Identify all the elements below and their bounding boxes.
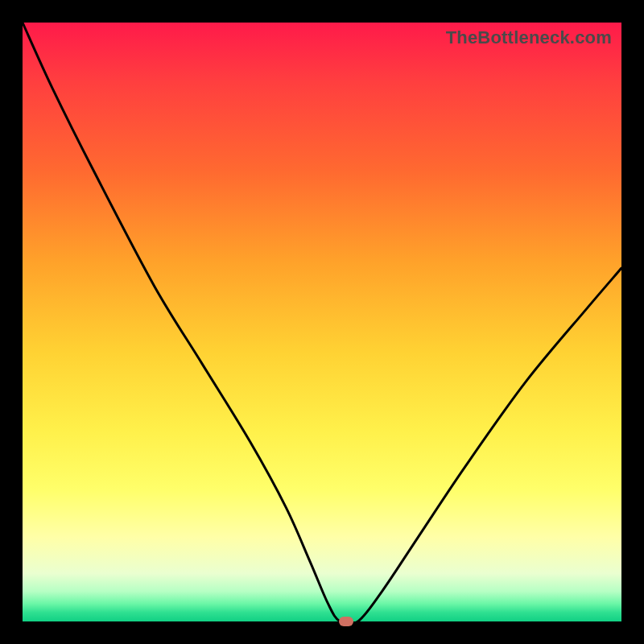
plot-area: TheBottleneck.com	[23, 23, 621, 621]
bottleneck-curve	[23, 23, 621, 621]
chart-frame: TheBottleneck.com	[0, 0, 644, 644]
optimal-point-marker	[339, 617, 353, 626]
